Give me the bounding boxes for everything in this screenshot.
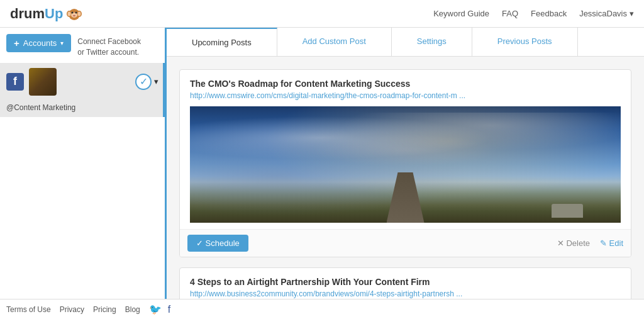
username-label: JessicaDavis — [579, 9, 627, 18]
post-card-1-footer: ✓ Schedule ✕ Delete ✎ Edit — [180, 229, 631, 257]
user-caret-icon: ▾ — [630, 9, 634, 18]
schedule-button[interactable]: ✓ Schedule — [187, 235, 248, 252]
car-shape — [552, 204, 583, 218]
accounts-btn-row: + Accounts ▾ Connect Facebook or Twitter… — [0, 28, 165, 63]
connect-line1: Connect Facebook — [77, 36, 141, 47]
connect-line2: or Twitter account. — [77, 47, 141, 58]
post-card-1: The CMO's Roadmap for Content Marketing … — [179, 69, 631, 257]
sidebar: + Accounts ▾ Connect Facebook or Twitter… — [0, 28, 167, 319]
account-dropdown-icon[interactable]: ▾ — [154, 77, 158, 86]
svg-point-7 — [75, 11, 77, 13]
facebook-footer-icon[interactable]: f — [168, 304, 170, 315]
facebook-icon: f — [6, 73, 24, 91]
faq-link[interactable]: FAQ — [502, 9, 518, 18]
tab-upcoming-posts[interactable]: Upcoming Posts — [167, 28, 277, 56]
tabs-nav: Upcoming Posts Add Custom Post Settings … — [167, 28, 644, 57]
connect-text: Connect Facebook or Twitter account. — [77, 34, 141, 58]
accounts-button-label: Accounts — [23, 38, 57, 48]
logo: drumUp — [10, 5, 83, 23]
delete-button[interactable]: ✕ Delete — [557, 238, 590, 248]
main-content: Upcoming Posts Add Custom Post Settings … — [167, 28, 644, 319]
svg-point-3 — [68, 11, 71, 16]
post-2-url[interactable]: http://www.business2community.com/brandv… — [190, 289, 621, 298]
logo-text: drumUp — [10, 6, 63, 22]
privacy-link[interactable]: Privacy — [60, 305, 84, 314]
tab-settings[interactable]: Settings — [392, 28, 472, 56]
logo-drum: drum — [10, 6, 45, 21]
post-actions: ✕ Delete ✎ Edit — [557, 238, 623, 248]
pricing-link[interactable]: Pricing — [93, 305, 116, 314]
avatar-image — [29, 68, 57, 96]
main-layout: + Accounts ▾ Connect Facebook or Twitter… — [0, 28, 644, 319]
page-footer: Terms of Use Privacy Pricing Blog 🐦 f — [0, 299, 644, 319]
header-nav: Keyword Guide FAQ Feedback JessicaDavis … — [433, 9, 634, 18]
post-1-title: The CMO's Roadmap for Content Marketing … — [190, 79, 621, 89]
blog-link[interactable]: Blog — [125, 305, 140, 314]
account-row[interactable]: f ✓ ▾ — [0, 63, 165, 101]
twitter-icon[interactable]: 🐦 — [149, 303, 162, 315]
terms-of-use-link[interactable]: Terms of Use — [6, 305, 51, 314]
accounts-button[interactable]: + Accounts ▾ — [6, 34, 71, 52]
plus-icon: + — [14, 38, 19, 48]
user-menu[interactable]: JessicaDavis ▾ — [579, 9, 634, 18]
post-1-image — [190, 106, 621, 223]
post-card-1-body: The CMO's Roadmap for Content Marketing … — [180, 70, 631, 229]
logo-monkey-icon — [65, 5, 83, 23]
app-header: drumUp Keyword Guide FAQ Feedback Jessic… — [0, 0, 644, 28]
tab-previous-posts[interactable]: Previous Posts — [472, 28, 578, 56]
edit-button[interactable]: ✎ Edit — [600, 238, 623, 248]
keyword-guide-link[interactable]: Keyword Guide — [433, 9, 489, 18]
check-symbol: ✓ — [140, 76, 148, 87]
account-avatar — [29, 68, 57, 96]
account-entry: f ✓ ▾ @Content Marketing — [0, 63, 165, 117]
posts-area: The CMO's Roadmap for Content Marketing … — [167, 57, 644, 319]
logo-up: Up — [45, 6, 63, 21]
svg-point-6 — [72, 11, 74, 13]
sidebar-accent-line — [163, 63, 165, 117]
svg-point-4 — [78, 11, 81, 16]
checkmark-icon: ✓ — [135, 74, 152, 90]
post-1-url[interactable]: http://www.cmswire.com/cms/digital-marke… — [190, 91, 621, 100]
post-2-title: 4 Steps to an Airtight Partnership With … — [190, 277, 621, 287]
accounts-caret-icon: ▾ — [60, 40, 64, 47]
account-check: ✓ ▾ — [135, 74, 158, 90]
footer-social: 🐦 f — [149, 303, 170, 315]
tab-add-custom-post[interactable]: Add Custom Post — [277, 28, 392, 56]
feedback-link[interactable]: Feedback — [531, 9, 567, 18]
account-name-label: @Content Marketing — [0, 101, 165, 117]
svg-point-8 — [73, 14, 75, 16]
